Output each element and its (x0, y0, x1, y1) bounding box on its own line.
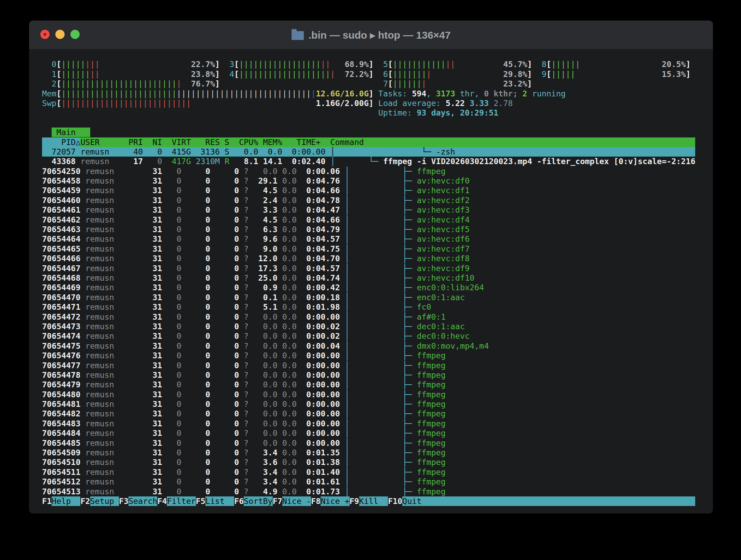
fkey-f5[interactable]: F5List (196, 496, 234, 506)
process-row-70654510[interactable]: 70654510 remusn 31 0 0 0 ? 3.6 0.0 0:01.… (42, 457, 700, 467)
terminal-window: .bin — sudo ▸ htop — 136×47 0[|||||||| 2… (29, 21, 713, 514)
process-row-70654467[interactable]: 70654467 remusn 31 0 0 0 ? 17.3 0.0 0:04… (42, 264, 700, 273)
process-row-70654458[interactable]: 70654458 remusn 31 0 0 0 ? 29.1 0.0 0:04… (42, 176, 700, 186)
process-row-70654475[interactable]: 70654475 remusn 31 0 0 0 ? 0.0 0.0 0:00.… (42, 341, 700, 351)
process-row-70654476[interactable]: 70654476 remusn 31 0 0 0 ? 0.0 0.0 0:00.… (42, 351, 700, 360)
fkey-f6[interactable]: F6SortBy (234, 496, 272, 506)
process-row-70654461[interactable]: 70654461 remusn 31 0 0 0 ? 3.3 0.0 0:04.… (42, 205, 700, 215)
fkey-f3[interactable]: F3Search (119, 496, 157, 506)
process-row-70654483[interactable]: 70654483 remusn 31 0 0 0 ? 0.0 0.0 0:00.… (42, 419, 700, 428)
process-row-70654465[interactable]: 70654465 remusn 31 0 0 0 ? 9.0 0.0 0:04.… (42, 244, 700, 254)
process-row-72057[interactable]: 72057 remusn 40 0 415G 3136 S 0.0 0.0 0:… (42, 147, 700, 157)
memory-meter-row: Mem[||||||||||||||||||||||||||||||||||||… (42, 89, 700, 98)
folder-icon (292, 31, 304, 40)
process-row-70654474[interactable]: 70654474 remusn 31 0 0 0 ? 0.0 0.0 0:00.… (42, 331, 700, 341)
fkey-f1[interactable]: F1Help (42, 496, 80, 506)
htop-terminal: 0[|||||||| 22.7%] 3[||||||||||||||||||| … (42, 50, 700, 506)
zoom-button[interactable] (70, 30, 80, 39)
process-row-70654511[interactable]: 70654511 remusn 31 0 0 0 ? 3.4 0.0 0:01.… (42, 467, 700, 477)
process-row-70654509[interactable]: 70654509 remusn 31 0 0 0 ? 3.4 0.0 0:01.… (42, 448, 700, 457)
window-title: .bin — sudo ▸ htop — 136×47 (309, 29, 451, 41)
process-row-70654459[interactable]: 70654459 remusn 31 0 0 0 ? 4.5 0.0 0:04.… (42, 186, 700, 195)
process-row-70654460[interactable]: 70654460 remusn 31 0 0 0 ? 2.4 0.0 0:04.… (42, 196, 700, 205)
function-key-bar: F1Help F2Setup F3SearchF4FilterF5List F6… (42, 496, 700, 506)
terminal-blank-row (42, 118, 700, 128)
minimize-button[interactable] (55, 30, 65, 39)
fkey-f7[interactable]: F7Nice - (273, 496, 311, 506)
process-row-70654464[interactable]: 70654464 remusn 31 0 0 0 ? 9.6 0.0 0:04.… (42, 234, 700, 244)
fkey-f10[interactable]: F10Quit (388, 496, 695, 506)
process-row-70654479[interactable]: 70654479 remusn 31 0 0 0 ? 0.0 0.0 0:00.… (42, 380, 700, 389)
terminal-blank-row (42, 50, 700, 59)
process-row-70654472[interactable]: 70654472 remusn 31 0 0 0 ? 0.0 0.0 0:00.… (42, 312, 700, 322)
process-row-70654471[interactable]: 70654471 remusn 31 0 0 0 ? 5.1 0.0 0:01.… (42, 302, 700, 312)
process-row-70654477[interactable]: 70654477 remusn 31 0 0 0 ? 0.0 0.0 0:00.… (42, 361, 700, 370)
process-row-70654468[interactable]: 70654468 remusn 31 0 0 0 ? 25.0 0.0 0:04… (42, 273, 700, 283)
fkey-f8[interactable]: F8Nice + (311, 496, 349, 506)
titlebar: .bin — sudo ▸ htop — 136×47 (29, 21, 713, 50)
close-button[interactable] (40, 30, 50, 39)
process-row-70654485[interactable]: 70654485 remusn 31 0 0 0 ? 0.0 0.0 0:00.… (42, 438, 700, 448)
process-row-43368[interactable]: 43368 remusn 17 0 417G 2310M R 8.1 14.1 … (42, 157, 700, 166)
process-row-70654480[interactable]: 70654480 remusn 31 0 0 0 ? 0.0 0.0 0:00.… (42, 390, 700, 399)
cpu-meters-row-1: 1[|||||||| 23.8%] 4[||||||||||||||||||||… (42, 69, 700, 79)
fkey-f9[interactable]: F9Kill (350, 496, 388, 506)
process-row-70654513[interactable]: 70654513 remusn 31 0 0 0 ? 4.9 0.0 0:01.… (42, 487, 700, 496)
cpu-meters-row-0: 0[|||||||| 22.7%] 3[||||||||||||||||||| … (42, 59, 700, 69)
process-row-70654250[interactable]: 70654250 remusn 31 0 0 0 ? 0.0 0.0 0:00.… (42, 166, 700, 176)
process-row-70654466[interactable]: 70654466 remusn 31 0 0 0 ? 12.0 0.0 0:04… (42, 254, 700, 263)
fkey-f2[interactable]: F2Setup (80, 496, 119, 506)
swap-meter-row: Swp[||||||||||||||||||||||||||| 1.16G/2.… (42, 98, 700, 108)
process-row-70654469[interactable]: 70654469 remusn 31 0 0 0 ? 0.9 0.0 0:00.… (42, 283, 700, 292)
process-row-70654462[interactable]: 70654462 remusn 31 0 0 0 ? 4.5 0.0 0:04.… (42, 215, 700, 225)
process-row-70654482[interactable]: 70654482 remusn 31 0 0 0 ? 0.0 0.0 0:00.… (42, 409, 700, 418)
process-row-70654481[interactable]: 70654481 remusn 31 0 0 0 ? 0.0 0.0 0:00.… (42, 399, 700, 409)
process-row-70654512[interactable]: 70654512 remusn 31 0 0 0 ? 3.4 0.0 0:01.… (42, 477, 700, 486)
process-row-70654473[interactable]: 70654473 remusn 31 0 0 0 ? 0.0 0.0 0:00.… (42, 322, 700, 331)
process-row-70654463[interactable]: 70654463 remusn 31 0 0 0 ? 6.3 0.0 0:04.… (42, 225, 700, 234)
process-row-70654484[interactable]: 70654484 remusn 31 0 0 0 ? 0.0 0.0 0:00.… (42, 428, 700, 438)
fkey-f4[interactable]: F4Filter (157, 496, 196, 506)
process-row-70654478[interactable]: 70654478 remusn 31 0 0 0 ? 0.0 0.0 0:00.… (42, 370, 700, 380)
uptime-row: Uptime: 93 days, 20:29:51 (42, 108, 700, 118)
table-header[interactable]: PID△USER PRI NI VIRT RES S CPU% MEM% TIM… (42, 137, 700, 147)
tab-main[interactable]: Main (42, 128, 700, 137)
process-row-70654470[interactable]: 70654470 remusn 31 0 0 0 ? 0.1 0.0 0:00.… (42, 293, 700, 302)
cpu-meters-row-2: 2[||||||||||||||||||||||||| 76.7%] 7[|||… (42, 79, 700, 89)
